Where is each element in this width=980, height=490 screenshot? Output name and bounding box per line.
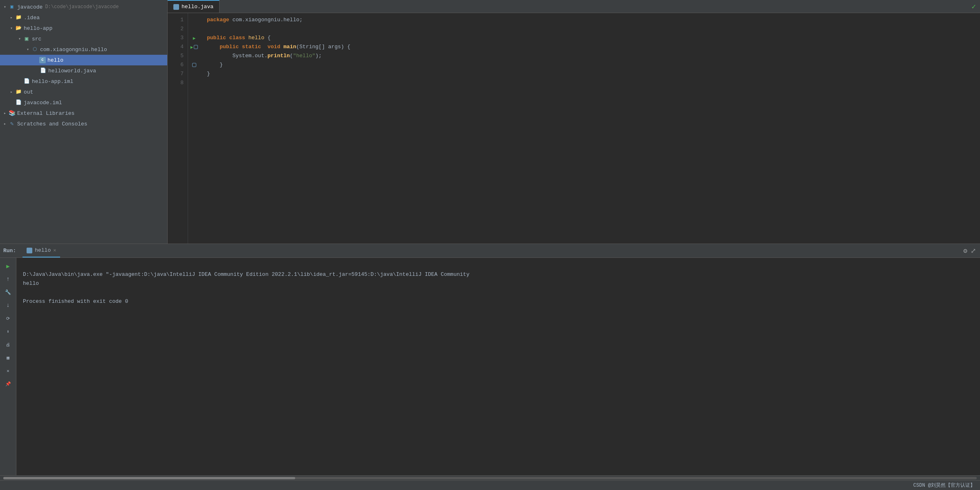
gutter-1	[188, 16, 200, 25]
gutter-6[interactable]	[188, 60, 200, 69]
hello-app-iml-label: hello-app.iml	[32, 78, 73, 85]
ext-libs-label: External Libraries	[17, 110, 74, 116]
command-line: D:\Java\Java\bin\java.exe "-javaagent:D:…	[23, 271, 469, 277]
arrow-ext-libs: ▸	[2, 111, 8, 116]
folder-open-icon: 📂	[15, 25, 22, 32]
out-label: out	[24, 89, 33, 95]
tab-hello-label: hello.java	[182, 4, 213, 10]
sidebar-item-src[interactable]: ▾ ▣ src	[0, 34, 167, 44]
arrow-src: ▾	[16, 36, 23, 41]
run-label: Run:	[3, 248, 16, 254]
down-button[interactable]: ↓	[2, 300, 14, 311]
import-button[interactable]: ⬇	[2, 326, 14, 337]
layout-button[interactable]: ▦	[2, 352, 14, 363]
package-icon: ⬡	[31, 46, 38, 53]
expand-icon[interactable]: ⤢	[971, 247, 976, 255]
editor-tabs: hello.java ✓	[168, 0, 980, 13]
run-arrow-line3[interactable]: ▶	[193, 36, 196, 41]
module-icon: ▣	[8, 3, 16, 11]
out-folder-icon: 📁	[15, 88, 22, 96]
ln-1: 1	[168, 16, 184, 25]
console-output: D:\Java\Java\bin\java.exe "-javaagent:D:…	[16, 258, 980, 475]
print-button[interactable]: 🖨	[2, 339, 14, 350]
sidebar-item-javacode-root[interactable]: ▾ ▣ javacode D:\code\javacode\javacode	[0, 2, 167, 12]
java-file-icon: 📄	[39, 67, 47, 74]
sidebar-item-out[interactable]: ▸ 📁 out	[0, 87, 167, 97]
run-tab-icon	[27, 248, 32, 253]
main-area: ▾ ▣ javacode D:\code\javacode\javacode ▸…	[0, 0, 980, 244]
sidebar-item-com-pkg[interactable]: ▾ ⬡ com.xiaogongniu.hello	[0, 44, 167, 55]
run-tab-hello[interactable]: hello ✕	[22, 244, 60, 257]
run-tabs-bar: Run: hello ✕ ⚙ ⤢	[0, 244, 980, 258]
sidebar-item-hello-app[interactable]: ▾ 📂 hello-app	[0, 23, 167, 34]
clear-button[interactable]: ✕	[2, 365, 14, 376]
ext-lib-icon: 📚	[8, 110, 16, 117]
arrow-idea: ▸	[8, 15, 15, 20]
helloworld-label: helloworld.java	[48, 68, 96, 74]
scroll-rerun-button[interactable]: ⟳	[2, 313, 14, 324]
console-scrollbar[interactable]	[0, 475, 980, 480]
sidebar-item-helloworld[interactable]: 📄 helloworld.java	[0, 65, 167, 76]
editor-body: 1 2 3 4 5 6 7 8 ▶ ▶	[168, 13, 980, 244]
idea-label: .idea	[24, 15, 40, 21]
arrow-com-pkg: ▾	[25, 47, 31, 52]
checkmark-area: ✓	[971, 2, 980, 11]
hello-class-label: hello	[47, 57, 63, 63]
pin-button[interactable]: 📌	[2, 378, 14, 389]
breakpoint-outline-6	[192, 63, 196, 67]
settings-icon[interactable]: ⚙	[963, 247, 967, 255]
javacode-path: D:\code\javacode\javacode	[45, 4, 119, 10]
folder-icon: 📁	[15, 14, 22, 21]
javacode-iml-label: javacode.iml	[24, 100, 62, 106]
run-content: ▶ ↑ 🔧 ↓ ⟳ ⬇ 🖨 ▦ ✕ 📌 D:\Java\Java\bin\jav…	[0, 258, 980, 475]
arrow-hello-app: ▾	[8, 26, 15, 31]
wrench-button[interactable]: 🔧	[2, 286, 14, 298]
arrow-javacode: ▾	[2, 4, 8, 9]
output-hello: hello	[23, 280, 39, 286]
scratch-icon: ✎	[8, 120, 16, 128]
scrollbar-thumb[interactable]	[3, 477, 295, 479]
gutter-7	[188, 69, 200, 78]
rerun-button[interactable]: ▶	[2, 260, 14, 272]
up-button[interactable]: ↑	[2, 273, 14, 285]
arrow-out: ▸	[8, 89, 15, 94]
breakpoint-outline-4	[194, 45, 198, 49]
src-label: src	[32, 36, 41, 42]
status-right-text: CSDN @刘昊然【官方认证】	[913, 482, 975, 489]
run-tab-close[interactable]: ✕	[53, 247, 56, 253]
gutter-8	[188, 78, 200, 87]
run-panel: Run: hello ✕ ⚙ ⤢ ▶ ↑ 🔧 ↓ ⟳ ⬇ 🖨 ▦ ✕ 📌 D:\…	[0, 244, 980, 480]
run-arrow-line4[interactable]: ▶	[191, 45, 193, 50]
sidebar-item-hello-class[interactable]: C hello	[0, 55, 167, 65]
class-file-icon: C	[39, 57, 46, 63]
editor-area: hello.java ✓ 1 2 3 4 5 6 7 8	[168, 0, 980, 244]
scratches-label: Scratches and Consoles	[17, 121, 87, 127]
ln-8: 8	[168, 78, 184, 87]
com-pkg-label: com.xiaogongniu.hello	[40, 47, 107, 53]
editor-tab-hello[interactable]: hello.java	[168, 0, 220, 13]
gutter-5	[188, 51, 200, 60]
ln-3: 3	[168, 34, 184, 43]
sidebar-item-scratches[interactable]: ▸ ✎ Scratches and Consoles	[0, 119, 167, 129]
scrollbar-track[interactable]	[3, 477, 977, 479]
sidebar-item-javacode-iml[interactable]: 📄 javacode.iml	[0, 97, 167, 108]
iml-icon: 📄	[23, 78, 30, 85]
gutter-3[interactable]: ▶	[188, 34, 200, 43]
status-bar: CSDN @刘昊然【官方认证】	[0, 480, 980, 490]
run-toolbar-right: ⚙ ⤢	[963, 247, 980, 255]
ln-2: 2	[168, 25, 184, 34]
sidebar-item-ext-libs[interactable]: ▸ 📚 External Libraries	[0, 108, 167, 119]
gutter: ▶ ▶	[188, 13, 200, 244]
gutter-4[interactable]: ▶	[188, 43, 200, 51]
code-editor[interactable]: package com.xiaogongniu.hello; public cl…	[200, 13, 980, 244]
ln-5: 5	[168, 51, 184, 60]
process-exit-line: Process finished with exit code 0	[23, 298, 128, 304]
sidebar-item-idea[interactable]: ▸ 📁 .idea	[0, 12, 167, 23]
hello-app-label: hello-app	[24, 25, 52, 31]
sidebar-item-hello-app-iml[interactable]: 📄 hello-app.iml	[0, 76, 167, 87]
iml2-icon: 📄	[15, 99, 22, 106]
tab-class-icon	[173, 4, 179, 10]
project-tree: ▾ ▣ javacode D:\code\javacode\javacode ▸…	[0, 0, 167, 244]
run-tab-hello-label: hello	[35, 247, 51, 253]
arrow-scratches: ▸	[2, 121, 8, 126]
